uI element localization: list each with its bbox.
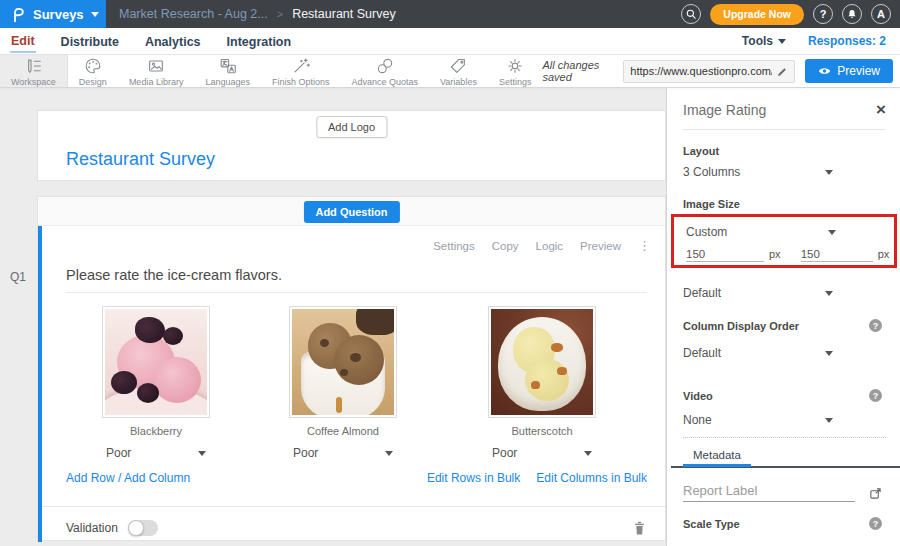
add-question-button[interactable]: Add Question <box>303 201 399 223</box>
column-label[interactable]: Butterscotch <box>511 425 572 437</box>
column-label[interactable]: Coffee Almond <box>307 425 379 437</box>
chevron-down-icon <box>825 418 833 423</box>
chevron-down-icon <box>778 39 786 44</box>
delete-question-button[interactable] <box>632 520 647 536</box>
search-button[interactable] <box>681 4 701 24</box>
edit-rows-bulk-link[interactable]: Edit Rows in Bulk <box>427 471 520 485</box>
chevron-down-icon <box>584 451 592 456</box>
edit-url-pencil-icon[interactable] <box>776 65 788 77</box>
toolbar-item-advance-quotas[interactable]: Advance Quotas <box>340 55 429 87</box>
footer-divider <box>42 506 665 507</box>
question-settings-panel: Image Rating × Layout 3 Columns Image Si… <box>666 88 900 546</box>
avatar[interactable]: A <box>871 4 891 24</box>
toolbar-item-settings[interactable]: Settings <box>488 55 543 87</box>
section-divider <box>683 437 886 438</box>
image-width-input[interactable] <box>686 248 764 262</box>
column-order-dropdown[interactable]: Default <box>683 346 833 360</box>
toolbar-item-workspace[interactable]: Workspace <box>0 55 68 87</box>
rating-column-blackberry: Blackberry Poor <box>66 306 246 460</box>
breadcrumb: Market Research - Aug 2... > Restaurant … <box>119 7 396 21</box>
tab-distribute[interactable]: Distribute <box>60 31 120 52</box>
toolbar-item-design[interactable]: Design <box>68 55 118 87</box>
tab-edit[interactable]: Edit <box>10 30 36 53</box>
survey-url-input[interactable] <box>630 65 772 77</box>
tools-menu[interactable]: Tools <box>742 34 786 48</box>
metadata-tabbar: Metadata <box>671 445 900 468</box>
tools-label: Tools <box>742 34 773 48</box>
video-label: Video <box>683 390 713 402</box>
translate-icon <box>218 56 238 76</box>
validation-toggle[interactable] <box>128 520 158 536</box>
layout-label: Layout <box>683 145 719 157</box>
external-link-icon[interactable] <box>869 487 882 500</box>
eye-icon <box>818 66 831 76</box>
close-icon[interactable]: × <box>876 101 886 118</box>
workspace-icon <box>23 56 43 76</box>
tab-analytics[interactable]: Analytics <box>144 31 202 52</box>
surveys-menu[interactable]: Surveys <box>0 0 106 28</box>
coffee-almond-image[interactable] <box>289 306 397 418</box>
topbar-actions: Upgrade Now ? A <box>681 4 900 25</box>
question-settings-link[interactable]: Settings <box>433 240 475 252</box>
gear-icon <box>505 56 525 76</box>
add-logo-button[interactable]: Add Logo <box>316 116 387 138</box>
chevron-down-icon <box>91 12 99 17</box>
question-text[interactable]: Please rate the ice-cream flavors. <box>66 267 282 283</box>
nav-right: Tools Responses: 2 <box>742 34 890 48</box>
video-dropdown[interactable]: None <box>683 413 833 427</box>
question-copy-link[interactable]: Copy <box>492 240 519 252</box>
blackberry-image[interactable] <box>102 306 210 418</box>
toolbar-item-languages[interactable]: Languages <box>194 55 261 87</box>
kebab-menu-icon[interactable]: ⋮ <box>638 239 651 252</box>
row-column-links: Add Row / Add Column Edit Rows in Bulk E… <box>66 471 647 485</box>
question-logic-link[interactable]: Logic <box>536 240 564 252</box>
tab-integration[interactable]: Integration <box>226 31 293 52</box>
rating-dropdown[interactable]: Poor <box>492 446 592 460</box>
tab-metadata[interactable]: Metadata <box>683 445 751 467</box>
chevron-down-icon <box>825 351 833 356</box>
toolbar-item-finish-options[interactable]: Finish Options <box>261 55 341 87</box>
column-label[interactable]: Blackberry <box>130 425 182 437</box>
help-button[interactable]: ? <box>813 4 833 24</box>
question-body: Settings Copy Logic Preview ⋮ Please rat… <box>38 226 665 542</box>
help-icon[interactable]: ? <box>869 319 882 332</box>
add-row-column-link[interactable]: Add Row / Add Column <box>66 471 190 485</box>
rating-dropdown[interactable]: Poor <box>106 446 206 460</box>
image-icon <box>146 56 166 76</box>
help-icon[interactable]: ? <box>869 517 882 530</box>
width-unit: px <box>769 248 781 260</box>
toolbar-right: All changes saved Preview <box>542 55 900 87</box>
layout-dropdown[interactable]: 3 Columns <box>683 165 833 179</box>
scale-type-label: Scale Type <box>683 518 740 530</box>
toolbar-item-variables[interactable]: Variables <box>429 55 488 87</box>
question-card: Add Question Settings Copy Logic Preview… <box>37 196 666 541</box>
add-question-strip: Add Question <box>38 197 665 226</box>
responses-link[interactable]: Responses: 2 <box>808 34 886 48</box>
image-size-mode-dropdown[interactable]: Custom <box>686 225 836 239</box>
breadcrumb-folder[interactable]: Market Research - Aug 2... <box>119 7 268 21</box>
selected-question-indicator <box>38 226 42 542</box>
help-icon[interactable]: ? <box>869 389 882 402</box>
rating-dropdown[interactable]: Poor <box>293 446 393 460</box>
survey-canvas: Q1 Add Logo Restaurant Survey Add Questi… <box>0 88 666 546</box>
survey-title[interactable]: Restaurant Survey <box>66 149 215 170</box>
preview-button[interactable]: Preview <box>805 59 893 83</box>
upgrade-now-button[interactable]: Upgrade Now <box>710 4 804 25</box>
report-label-input[interactable] <box>683 483 855 502</box>
chevron-down-icon <box>198 451 206 456</box>
question-preview-link[interactable]: Preview <box>580 240 621 252</box>
magic-wand-icon <box>291 56 311 76</box>
butterscotch-image[interactable] <box>488 306 596 418</box>
question-actions: Settings Copy Logic Preview ⋮ <box>433 239 651 252</box>
notifications-button[interactable] <box>842 4 862 24</box>
toolbar-item-media-library[interactable]: Media Library <box>118 55 195 87</box>
question-divider <box>66 292 647 293</box>
edit-columns-bulk-link[interactable]: Edit Columns in Bulk <box>536 471 647 485</box>
chain-links-icon <box>375 56 395 76</box>
breadcrumb-separator: > <box>277 8 283 20</box>
panel-divider <box>683 129 886 130</box>
questionpro-logo-icon <box>9 6 26 23</box>
image-style-dropdown[interactable]: Default <box>683 286 833 300</box>
tag-icon <box>448 56 468 76</box>
image-height-input[interactable] <box>801 248 873 262</box>
